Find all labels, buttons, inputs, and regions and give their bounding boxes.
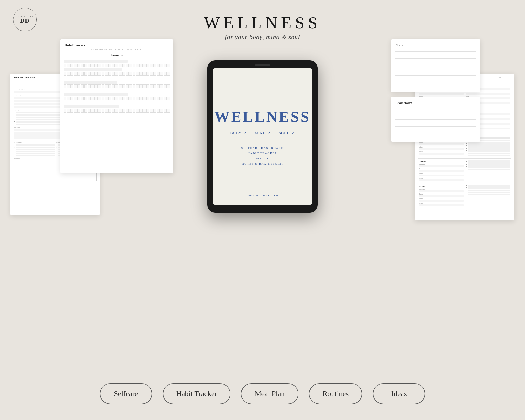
tablet-soul: SOUL ✓ bbox=[279, 131, 295, 136]
habit-months-row: JAN FEB MAR APR MAY JUN JUL AUG SEP OCT … bbox=[60, 48, 173, 52]
notes-title: Notes bbox=[395, 43, 403, 47]
tablet-device: WELLNESS BODY ✓ MIND ✓ SOUL ✓ SELFCARE D… bbox=[207, 60, 318, 213]
tag-meal-plan[interactable]: Meal Plan bbox=[241, 383, 298, 404]
tag-habit-tracker-label: Habit Tracker bbox=[176, 390, 217, 398]
mind-check-icon: ✓ bbox=[267, 131, 271, 136]
bottom-tags-row: Selfcare Habit Tracker Meal Plan Routine… bbox=[0, 383, 525, 404]
notes-lines bbox=[391, 48, 480, 85]
tag-routines-label: Routines bbox=[323, 390, 349, 398]
habit-row bbox=[64, 72, 170, 76]
tablet-mind: MIND ✓ bbox=[255, 131, 271, 136]
meal-grid-4: Thursday breakfast lunch dinner snacks bbox=[415, 159, 514, 183]
habit-tracker-card: Habit Tracker JAN FEB MAR APR MAY JUN JU… bbox=[60, 39, 173, 173]
notes-card: Notes bbox=[391, 39, 480, 92]
page-header: WELLNESS for your body, mind & soul bbox=[0, 13, 525, 41]
brainstorm-lines bbox=[391, 106, 480, 133]
tablet-screen: WELLNESS BODY ✓ MIND ✓ SOUL ✓ SELFCARE D… bbox=[213, 68, 312, 205]
habit-row bbox=[64, 109, 170, 113]
habit-tracker-title: Habit Tracker bbox=[65, 43, 85, 47]
brainstorm-title: Brainstorm bbox=[395, 101, 412, 105]
habit-grid bbox=[60, 59, 173, 114]
brainstorm-card: Brainstorm bbox=[391, 97, 480, 142]
nav-habit-tracker[interactable]: HABIT TRACKER bbox=[248, 151, 277, 155]
habit-row bbox=[64, 64, 170, 67]
habit-row bbox=[64, 97, 170, 100]
tablet-bms-row: BODY ✓ MIND ✓ SOUL ✓ bbox=[230, 131, 295, 136]
habit-current-month: January bbox=[60, 52, 173, 59]
tag-ideas[interactable]: Ideas bbox=[373, 383, 425, 404]
meal-date: date: ___________ bbox=[499, 77, 511, 80]
tablet-brand: DIGITAL DIARY SM bbox=[246, 194, 279, 197]
tag-selfcare[interactable]: Selfcare bbox=[100, 383, 152, 404]
nav-meals[interactable]: MEALS bbox=[256, 157, 269, 160]
tag-selfcare-label: Selfcare bbox=[114, 390, 138, 398]
tablet-wellness-title: WELLNESS bbox=[214, 108, 311, 125]
body-check-icon: ✓ bbox=[243, 131, 247, 136]
meal-planner-card: Meal Planner date: ___________ Monday br… bbox=[415, 74, 514, 220]
page-title: WELLNESS bbox=[0, 13, 525, 33]
meal-day-thursday: Thursday breakfast lunch dinner snacks bbox=[418, 159, 465, 183]
soul-check-icon: ✓ bbox=[291, 131, 295, 136]
tag-routines[interactable]: Routines bbox=[309, 383, 363, 404]
habit-row bbox=[64, 84, 170, 88]
tablet-body: BODY ✓ bbox=[230, 131, 247, 136]
nav-selfcare[interactable]: SELFCARE DASHBOARD bbox=[241, 146, 284, 149]
meal-grid-5: Friday breakfast lunch dinner snacks bbox=[415, 184, 514, 208]
nav-notes[interactable]: NOTES & BRAINSTORM bbox=[242, 162, 283, 165]
tablet-nav: SELFCARE DASHBOARD HABIT TRACKER MEALS N… bbox=[241, 146, 284, 165]
tag-meal-plan-label: Meal Plan bbox=[255, 390, 285, 398]
tag-ideas-label: Ideas bbox=[391, 390, 407, 398]
tag-habit-tracker[interactable]: Habit Tracker bbox=[163, 383, 231, 404]
meal-day-friday: Friday breakfast lunch dinner snacks bbox=[418, 184, 465, 208]
